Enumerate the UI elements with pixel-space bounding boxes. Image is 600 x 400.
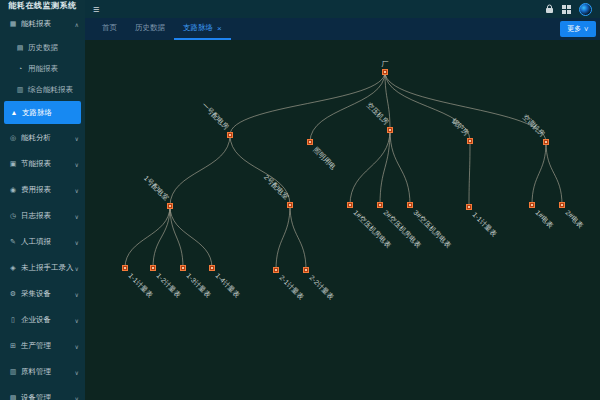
sidebar-item-equipment-management[interactable]: ▤设备管理∨ (0, 385, 85, 400)
chevron-down-icon: ∨ (75, 395, 79, 400)
tree-node-label: 1-2计量表 (155, 272, 182, 299)
lock-icon[interactable] (545, 4, 554, 14)
tree-node-label: 2-1计量表 (278, 274, 305, 301)
tree-edge (390, 130, 410, 205)
close-tab-icon[interactable]: × (217, 24, 222, 33)
tree-node[interactable]: 1#电表 (530, 203, 555, 230)
tree-node-label: 照明用电 (312, 146, 337, 171)
sidebar-item-history-data[interactable]: ▤历史数据 (0, 37, 85, 58)
tree-edge (546, 142, 562, 205)
tree-node[interactable]: 1-1计量表 (467, 205, 499, 238)
tree-node[interactable]: 照明用电 (308, 140, 338, 172)
chevron-down-icon: ∨ (75, 239, 79, 246)
tree-node[interactable]: 1-1计量表 (123, 266, 155, 299)
chevron-down-icon: ∨ (75, 343, 79, 350)
more-button[interactable]: 更多 ∨ (560, 21, 596, 37)
tree-node-label: 空调机房 (521, 113, 546, 138)
sidebar-item-production-management[interactable]: ⊞生产管理∨ (0, 333, 85, 359)
sidebar-item-label: 节能报表 (21, 159, 51, 169)
sidebar-item-energy-report[interactable]: ▦能耗报表∧ (0, 11, 85, 37)
tree-node[interactable]: 1-2计量表 (151, 266, 183, 299)
tree-edge (230, 72, 385, 135)
sidebar-item-label: 日志报表 (21, 211, 51, 221)
hamburger-menu-icon[interactable]: ≡ (93, 4, 99, 15)
app-title: 能耗在线监测系统 (0, 0, 85, 11)
sidebar-item-cost-report[interactable]: ◉费用报表∨ (0, 177, 85, 203)
sidebar-item-label: 设备管理 (21, 393, 51, 400)
tree-edge (350, 130, 390, 205)
usage-icon: ◔ (15, 65, 25, 72)
tree-node[interactable]: 厂 (382, 60, 389, 75)
tab-label: 首页 (102, 23, 117, 33)
analysis-icon: ◎ (8, 134, 18, 142)
sidebar-item-unreported-manual-entry[interactable]: ◈未上报手工录入∨ (0, 255, 85, 281)
tree-node-label: 1#电表 (534, 209, 554, 229)
saving-icon: ▣ (8, 160, 18, 168)
sidebar-item-energy-usage-report[interactable]: ◔用能报表 (0, 58, 85, 79)
chevron-down-icon: ∨ (75, 291, 79, 298)
tree-edge (276, 205, 290, 270)
production-icon: ⊞ (8, 342, 18, 350)
tree-edge (532, 142, 546, 205)
user-avatar[interactable] (579, 3, 592, 16)
branch-network-tree: 厂一号配电房1号配电室1-1计量表1-2计量表1-3计量表1-4计量表2号配电室… (85, 40, 600, 400)
tree-node[interactable]: 2#电表 (560, 203, 585, 230)
tab-history-data[interactable]: 历史数据 (126, 18, 174, 40)
sidebar-item-energy-analysis[interactable]: ◎能耗分析∨ (0, 125, 85, 151)
sidebar-item-label: 生产管理 (21, 341, 51, 351)
tab-bar: 首页历史数据支路脉络× 更多 ∨ (85, 18, 600, 40)
tree-node[interactable]: 2-2计量表 (304, 268, 336, 301)
sidebar-item-branch-network[interactable]: ▲支路脉络 (4, 101, 81, 124)
sidebar-item-label: 支路脉络 (22, 108, 52, 118)
tree-node-label: 1-3计量表 (185, 272, 212, 299)
tree-node[interactable]: 1号配电室 (142, 174, 172, 208)
top-bar: ≡ (85, 0, 600, 18)
tree-node-label: 1-1计量表 (471, 211, 498, 238)
chevron-down-icon: ∨ (75, 317, 79, 324)
tree-node[interactable]: 锅炉房 (450, 116, 473, 143)
tree-node[interactable]: 1-3计量表 (181, 266, 213, 299)
sidebar-item-label: 费用报表 (21, 185, 51, 195)
chevron-down-icon: ∨ (75, 213, 79, 220)
sidebar-menu: ▦能耗报表∧▤历史数据◔用能报表▥综合能耗报表▲支路脉络◎能耗分析∨▣节能报表∨… (0, 11, 85, 400)
entry-icon: ◈ (8, 264, 18, 272)
tree-node-label: 厂 (382, 60, 389, 68)
sidebar-item-collection-devices[interactable]: ⚙采集设备∨ (0, 281, 85, 307)
tree-node[interactable]: 2-1计量表 (274, 268, 306, 301)
open-tabs: 首页历史数据支路脉络× (93, 18, 231, 40)
app-window: 能耗在线监测系统 ▦能耗报表∧▤历史数据◔用能报表▥综合能耗报表▲支路脉络◎能耗… (0, 0, 600, 400)
tab-label: 支路脉络 (183, 23, 213, 33)
tree-node[interactable]: 2号配电室 (262, 173, 292, 207)
branch-network-canvas: 厂一号配电房1号配电室1-1计量表1-2计量表1-3计量表1-4计量表2号配电室… (85, 40, 600, 400)
sidebar-item-label: 综合能耗报表 (28, 85, 73, 95)
sidebar-item-comprehensive-energy-report[interactable]: ▥综合能耗报表 (0, 79, 85, 100)
tree-node-label: 2号配电室 (262, 173, 290, 201)
tree-node[interactable]: 空调机房 (521, 113, 549, 145)
branch-icon: ▲ (9, 109, 19, 116)
sidebar-item-label: 未上报手工录入 (21, 263, 74, 273)
tree-node[interactable]: 1-4计量表 (210, 266, 242, 299)
tree-node-label: 2-2计量表 (308, 274, 335, 301)
sidebar-item-material-management[interactable]: ▥原料管理∨ (0, 359, 85, 385)
manual-icon: ✎ (8, 238, 18, 246)
tree-node[interactable]: 一号配电房 (200, 101, 233, 137)
sidebar-item-label: 原料管理 (21, 367, 51, 377)
tab-label: 历史数据 (135, 23, 165, 33)
apps-grid-icon[interactable] (562, 5, 571, 14)
tab-home[interactable]: 首页 (93, 18, 126, 40)
tab-branch-network[interactable]: 支路脉络× (174, 18, 231, 40)
tree-node-label: 1号配电室 (142, 174, 170, 202)
sidebar-item-enterprise-devices[interactable]: ▯企业设备∨ (0, 307, 85, 333)
sidebar-item-log-report[interactable]: ◷日志报表∨ (0, 203, 85, 229)
sidebar-item-manual-fill[interactable]: ✎人工填报∨ (0, 229, 85, 255)
tree-node-label: 一号配电房 (200, 101, 230, 131)
equipment-icon: ▤ (8, 394, 18, 400)
chevron-down-icon: ∨ (75, 161, 79, 168)
chevron-down-icon: ∨ (75, 187, 79, 194)
sidebar-item-energy-saving-report[interactable]: ▣节能报表∨ (0, 151, 85, 177)
sidebar-item-label: 历史数据 (28, 43, 58, 53)
cost-icon: ◉ (8, 186, 18, 194)
chevron-down-icon: ∨ (75, 135, 79, 142)
sidebar-item-label: 能耗报表 (21, 19, 51, 29)
tree-edge (290, 205, 306, 270)
